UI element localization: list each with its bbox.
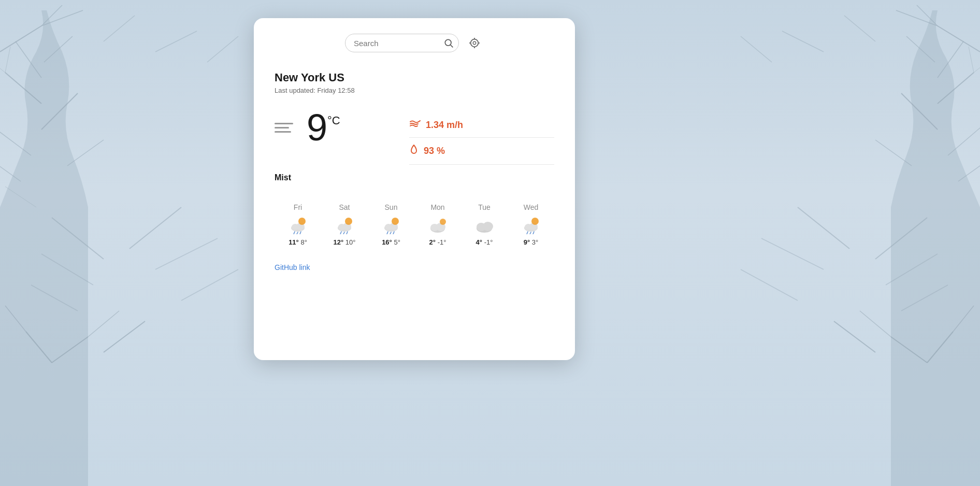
forecast-day-tue: Tue 4° -1° <box>461 203 508 246</box>
svg-line-94 <box>530 232 531 234</box>
svg-point-71 <box>345 218 352 225</box>
forecast-icon-wed <box>521 216 541 234</box>
svg-point-56 <box>473 41 476 45</box>
svg-point-53 <box>445 39 451 46</box>
mist-line-1 <box>275 123 293 124</box>
day-temps-tue: 4° -1° <box>476 238 493 246</box>
day-label-sat: Sat <box>339 203 350 211</box>
svg-line-79 <box>387 232 388 234</box>
svg-point-64 <box>298 218 306 225</box>
search-icon <box>443 38 454 48</box>
svg-line-93 <box>527 232 528 234</box>
svg-line-54 <box>451 45 453 48</box>
forecast-icon-sun <box>381 216 401 234</box>
last-updated: Last updated: Friday 12:58 <box>275 87 554 94</box>
svg-line-65 <box>294 232 295 234</box>
location-title: New York US <box>275 71 554 84</box>
wind-stat: 1.34 m/h <box>409 113 554 138</box>
day-temps-sat: 12° 10° <box>334 238 356 246</box>
forecast-icon-mon <box>427 216 448 234</box>
svg-line-81 <box>393 232 394 234</box>
temperature-display: 9 °C <box>307 109 340 146</box>
forecast-icon-sat <box>334 216 355 234</box>
forecast-icon-tue <box>474 216 495 234</box>
condition-label: Mist <box>275 173 554 182</box>
svg-line-80 <box>390 232 391 234</box>
svg-line-73 <box>343 232 344 234</box>
wind-icon <box>409 119 421 131</box>
mist-icon <box>275 123 293 133</box>
github-link[interactable]: GitHub link <box>275 263 310 271</box>
weather-stats: 1.34 m/h 93 % <box>409 109 554 165</box>
day-temps-fri: 11° 8° <box>289 238 307 246</box>
humidity-icon <box>409 144 419 158</box>
forecast-row: Fri 11° 8° Sat <box>275 199 554 246</box>
svg-point-78 <box>392 218 399 225</box>
mist-line-2 <box>275 127 289 128</box>
temperature-unit: °C <box>327 114 340 127</box>
weather-left: 9 °C <box>275 109 409 146</box>
svg-point-88 <box>483 222 493 231</box>
search-input-wrap <box>345 34 459 52</box>
day-label-tue: Tue <box>478 203 491 211</box>
forecast-day-mon: Mon 2° -1° <box>414 203 461 246</box>
forecast-day-wed: Wed 9° 3° <box>508 203 554 246</box>
day-label-fri: Fri <box>294 203 302 211</box>
search-row <box>275 34 554 52</box>
svg-line-74 <box>347 232 348 234</box>
main-weather: 9 °C 1.34 m/h <box>275 109 554 165</box>
location-button[interactable] <box>465 34 484 52</box>
temperature-value: 9 <box>307 109 327 146</box>
humidity-stat: 93 % <box>409 138 554 165</box>
weather-card: New York US Last updated: Friday 12:58 9… <box>254 18 575 360</box>
svg-line-72 <box>340 232 341 234</box>
day-temps-sun: 16° 5° <box>382 238 400 246</box>
wind-value: 1.34 m/h <box>426 120 463 131</box>
svg-point-85 <box>440 219 446 225</box>
svg-line-66 <box>297 232 298 234</box>
svg-line-67 <box>300 232 301 234</box>
humidity-value: 93 % <box>424 146 445 156</box>
forecast-icon-fri <box>287 216 308 234</box>
day-label-sun: Sun <box>385 203 398 211</box>
forecast-day-fri: Fri 11° 8° <box>275 203 321 246</box>
mist-line-3 <box>275 131 291 133</box>
svg-point-92 <box>531 218 539 225</box>
day-label-wed: Wed <box>524 203 539 211</box>
forecast-day-sat: Sat 12° 10° <box>321 203 368 246</box>
day-label-mon: Mon <box>430 203 444 211</box>
search-button[interactable] <box>441 36 456 50</box>
location-icon <box>469 37 480 49</box>
day-temps-mon: 2° -1° <box>429 238 446 246</box>
svg-point-55 <box>471 39 479 47</box>
forecast-day-sun: Sun 16° 5° <box>368 203 414 246</box>
day-temps-wed: 9° 3° <box>524 238 539 246</box>
svg-line-95 <box>533 232 534 234</box>
